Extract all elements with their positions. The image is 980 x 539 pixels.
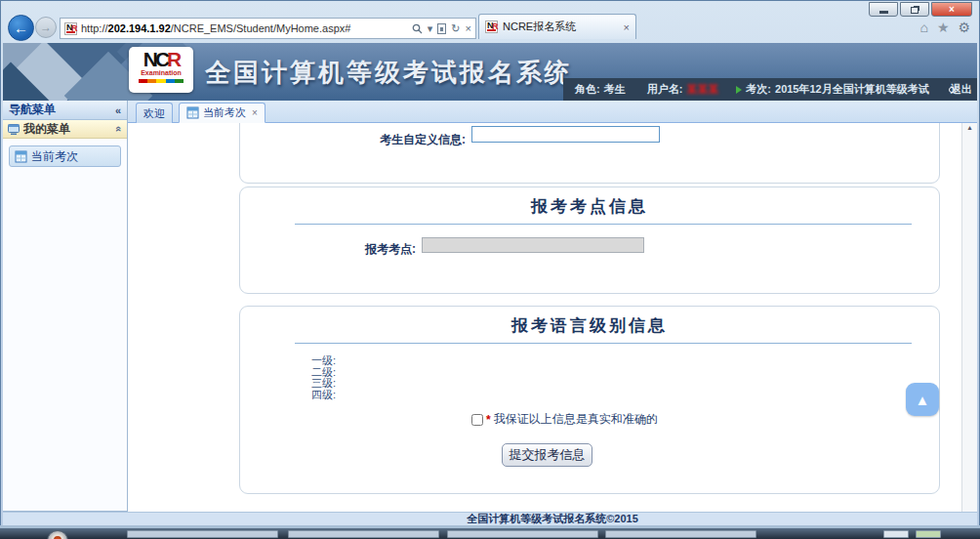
sidebar-header: 导航菜单 « — [3, 101, 127, 120]
custom-info-label: 考生自定义信息: — [362, 132, 466, 148]
tab-title: NCRE报名系统 — [503, 20, 619, 34]
app-title: 全国计算机等级考试报名系统 — [205, 56, 573, 90]
taskbar-window-button[interactable] — [288, 530, 439, 538]
back-icon: ← — [14, 20, 28, 36]
url-field[interactable]: NR http://202.194.1.92/NCRE_EMS/Student/… — [60, 18, 476, 39]
footer-text: 全国计算机等级考试报名系统©2015 — [467, 513, 638, 524]
stop-icon[interactable]: × — [466, 22, 471, 34]
user-statusbar: 角色: 考生 用户名: 某某某 考次: 2015年12月全国计算机等级考试 退出 — [563, 78, 977, 101]
section-divider — [295, 224, 912, 225]
restore-icon — [911, 7, 919, 14]
tab-current-term[interactable]: 当前考次 × — [179, 103, 265, 123]
taskbar-window-button[interactable] — [447, 530, 598, 538]
screen: × ← → NR http://202.194.1.92/NCRE_EMS/St… — [0, 0, 980, 539]
page-footer: 全国计算机等级考试报名系统©2015 — [3, 512, 977, 525]
exam-site-label: 报考考点: — [240, 241, 416, 258]
settings-gear-icon[interactable]: ⚙ — [958, 20, 970, 35]
tab-welcome[interactable]: 欢迎 — [136, 103, 173, 123]
tab-close-icon[interactable]: × — [624, 21, 630, 33]
scrollbar-up-icon[interactable]: ▴ — [962, 123, 977, 133]
back-button[interactable]: ← — [8, 15, 34, 41]
username-value: 某某某 — [686, 82, 718, 97]
taskbar-tray-icon[interactable] — [916, 530, 941, 538]
sidebar-collapse-icon[interactable]: « — [115, 104, 121, 116]
submit-registration-button[interactable]: 提交报考信息 — [502, 443, 592, 467]
level-4-label: 四级: — [311, 390, 336, 401]
agreement-label: 我保证以上信息是真实和准确的 — [494, 411, 658, 428]
sidebar-title: 导航菜单 — [9, 102, 56, 118]
navigation-sidebar: 导航菜单 « 我的菜单 « 当前考次 — [3, 101, 128, 512]
role-label: 角色: — [575, 82, 600, 97]
group-collapse-icon[interactable]: « — [113, 126, 125, 132]
username-label: 用户名: — [647, 82, 683, 97]
search-dropdown-icon[interactable]: ▾ — [428, 22, 433, 35]
role-value: 考生 — [604, 82, 626, 97]
search-icon[interactable] — [412, 23, 423, 34]
term-arrow-icon — [736, 86, 742, 94]
address-bar-row: ← → NR http://202.194.1.92/NCRE_EMS/Stud… — [6, 14, 974, 43]
taskbar-window-button[interactable] — [127, 530, 278, 538]
start-orb[interactable] — [47, 530, 68, 539]
agreement-row: * 我保证以上信息是真实和准确的 — [471, 411, 658, 428]
sidebar-group-label: 我的菜单 — [23, 121, 70, 138]
tab-welcome-label: 欢迎 — [143, 106, 165, 121]
content-tabbar: 欢迎 当前考次 × — [128, 101, 977, 123]
logo-subtitle: Examination — [129, 69, 193, 77]
section-language-level: 报考语言级别信息 一级: 二级: 三级: 四级: * 我保证以上信息是真实和准确… — [239, 306, 940, 494]
url-text: http://202.194.1.92/NCRE_EMS/Student/MyH… — [81, 22, 412, 34]
close-icon: × — [949, 5, 955, 15]
tab-current-term-icon — [186, 106, 199, 119]
browser-tab[interactable]: NR NCRE报名系统 × — [478, 14, 636, 39]
forward-icon: → — [40, 21, 52, 34]
menu-group-icon — [8, 124, 20, 135]
custom-info-input[interactable] — [471, 126, 660, 143]
site-favicon: NR — [64, 22, 77, 35]
level-1-label: 一级: — [311, 355, 336, 367]
scroll-to-top-icon: ▲ — [916, 392, 930, 408]
required-mark: * — [486, 413, 491, 427]
exam-site-input — [422, 237, 644, 253]
content-scrollbar[interactable]: ▴ — [961, 123, 977, 512]
browser-toolbar-icons: ⌂ ★ ⚙ — [919, 20, 970, 35]
os-taskbar — [0, 528, 980, 539]
level-3-label: 三级: — [311, 378, 336, 390]
taskbar-window-button[interactable] — [605, 530, 756, 538]
agreement-checkbox[interactable] — [471, 414, 483, 426]
exam-site-section-title: 报考考点信息 — [240, 195, 939, 218]
ncre-logo: NCR Examination — [129, 47, 193, 93]
home-icon[interactable]: ⌂ — [919, 20, 927, 35]
term-label: 考次: — [746, 82, 771, 97]
sidebar-item-label: 当前考次 — [31, 148, 78, 165]
forward-button[interactable]: → — [35, 17, 57, 38]
main-content: 考生自定义信息: 报考考点信息 报考考点: 报考语言级别信息 一级: 二级: 三… — [128, 123, 961, 512]
refresh-icon[interactable]: ↻ — [451, 22, 460, 35]
level-list: 一级: 二级: 三级: 四级: — [311, 355, 336, 400]
sidebar-group-my-menu[interactable]: 我的菜单 « — [3, 120, 127, 139]
tab-favicon: NR — [485, 21, 498, 33]
favorites-icon[interactable]: ★ — [937, 20, 950, 35]
url-action-icons: ▾ ↻ × — [412, 22, 471, 35]
current-term-icon — [15, 150, 27, 163]
compatibility-view-icon[interactable] — [437, 23, 446, 34]
logo-color-strip — [139, 79, 184, 83]
tab-current-close-icon[interactable]: × — [252, 107, 258, 118]
section-divider — [295, 343, 912, 344]
language-level-section-title: 报考语言级别信息 — [240, 314, 939, 337]
sidebar-item-current-term[interactable]: 当前考次 — [9, 145, 121, 167]
taskbar-tray-icon[interactable] — [883, 530, 909, 538]
term-value: 2015年12月全国计算机等级考试 — [775, 82, 929, 97]
scroll-to-top-button[interactable]: ▲ — [906, 383, 939, 416]
section-exam-site: 报考考点信息 报考考点: — [239, 187, 940, 294]
tab-current-term-label: 当前考次 — [203, 105, 246, 120]
